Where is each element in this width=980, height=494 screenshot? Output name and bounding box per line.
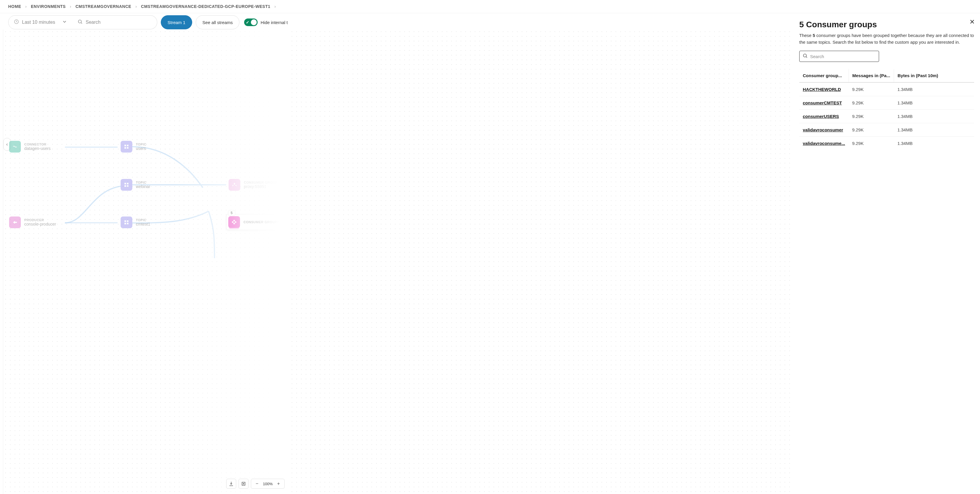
time-range-selector[interactable]: Last 10 minutes bbox=[8, 15, 73, 29]
download-button[interactable] bbox=[226, 479, 236, 489]
breadcrumb-home[interactable]: HOME bbox=[8, 4, 21, 9]
svg-rect-3 bbox=[127, 145, 129, 146]
time-range-label: Last 10 minutes bbox=[22, 20, 55, 25]
topic-icon bbox=[121, 216, 132, 228]
node-topic-webinar[interactable]: TOPIC webinar bbox=[121, 179, 150, 191]
breadcrumb: HOME › ENVIRONMENTS › CMSTREAMGOVERNANCE… bbox=[0, 0, 980, 13]
chevron-right-icon: › bbox=[25, 4, 27, 9]
cell-bytes: 1.34MB bbox=[894, 96, 974, 110]
svg-rect-12 bbox=[124, 223, 126, 224]
svg-point-1 bbox=[78, 20, 81, 23]
svg-rect-2 bbox=[124, 145, 126, 146]
node-producer-console-producer[interactable]: PRODUCER console-producer bbox=[9, 216, 56, 228]
lineage-edges bbox=[3, 135, 279, 258]
table-row: consumerCMTEST 9.29K 1.34MB bbox=[799, 96, 974, 110]
see-all-streams-button[interactable]: See all streams bbox=[196, 15, 239, 29]
table-row: validavroconsume... 9.29K 1.34MB bbox=[799, 137, 974, 150]
breadcrumb-cluster[interactable]: CMSTREAMGOVERNANCE-DEDICATED-GCP-EUROPE-… bbox=[141, 4, 270, 9]
topic-icon bbox=[121, 179, 132, 191]
cell-messages: 9.29K bbox=[848, 123, 894, 137]
cell-bytes: 1.34MB bbox=[894, 83, 974, 96]
hide-internal-label: Hide internal t bbox=[261, 20, 288, 25]
node-consumer-groups-aggregate[interactable]: 5 CONSUMER GROUPS bbox=[226, 214, 285, 230]
consumer-groups-table: Consumer group... Messages in (Pa... Byt… bbox=[799, 69, 974, 150]
consumer-group-link[interactable]: validavroconsume... bbox=[803, 141, 845, 146]
zoom-in-button[interactable]: + bbox=[275, 481, 282, 486]
svg-rect-10 bbox=[124, 220, 126, 222]
table-row: consumerUSERS 9.29K 1.34MB bbox=[799, 110, 974, 123]
node-name: cmtest1 bbox=[136, 222, 150, 227]
node-connector-datagen-users[interactable]: CONNECTOR datagen-users bbox=[9, 141, 51, 152]
svg-point-16 bbox=[803, 54, 807, 57]
panel-search-input[interactable] bbox=[810, 54, 876, 59]
canvas-search-input[interactable] bbox=[86, 20, 152, 25]
node-consumer-group-proxy[interactable]: CONSUMER GROUP proxy:55951 bbox=[229, 179, 278, 191]
zoom-controls: − 100% + bbox=[226, 479, 285, 489]
check-icon: ✓ bbox=[246, 20, 250, 25]
node-topic-cmtest1[interactable]: TOPIC cmtest1 bbox=[121, 216, 150, 228]
stream-chip[interactable]: Stream 1 bbox=[161, 15, 192, 29]
col-bytes-in[interactable]: Bytes in (Past 10m) bbox=[894, 69, 974, 83]
cell-bytes: 1.34MB bbox=[894, 110, 974, 123]
expand-right-handle[interactable]: › bbox=[275, 138, 282, 151]
chevron-right-icon: › bbox=[274, 4, 276, 9]
consumer-group-link[interactable]: validavroconsumer bbox=[803, 127, 843, 132]
node-name: webinar bbox=[136, 184, 150, 189]
panel-description: These 5 consumer groups have been groupe… bbox=[799, 32, 974, 46]
svg-rect-11 bbox=[127, 220, 129, 222]
group-count-badge: 5 bbox=[228, 210, 235, 216]
node-name: datagen-users bbox=[24, 146, 51, 151]
svg-rect-7 bbox=[127, 183, 129, 184]
node-name: console-producer bbox=[24, 222, 56, 227]
col-messages-in[interactable]: Messages in (Pa... bbox=[848, 69, 894, 83]
breadcrumb-env-name[interactable]: CMSTREAMGOVERNANCE bbox=[75, 4, 131, 9]
consumer-groups-panel: ✕ 5 Consumer groups These 5 consumer gro… bbox=[792, 14, 980, 494]
canvas-fade bbox=[173, 29, 291, 494]
col-consumer-group[interactable]: Consumer group... bbox=[799, 69, 848, 83]
node-type: CONSUMER GROUPS bbox=[243, 220, 279, 224]
node-name: users bbox=[136, 146, 146, 151]
panel-search[interactable] bbox=[799, 51, 879, 62]
consumer-group-link[interactable]: HACKTHEWORLD bbox=[803, 87, 841, 92]
canvas-search[interactable] bbox=[72, 15, 157, 29]
zoom-group: − 100% + bbox=[251, 479, 285, 489]
consumer-group-icon bbox=[229, 179, 240, 191]
node-type: CONSUMER GROUP bbox=[244, 181, 278, 184]
zoom-percent: 100% bbox=[263, 482, 272, 486]
hide-internal-toggle[interactable]: ✓ bbox=[244, 19, 258, 26]
svg-rect-6 bbox=[124, 183, 126, 184]
zoom-out-button[interactable]: − bbox=[254, 481, 260, 486]
node-type: TOPIC bbox=[136, 218, 150, 222]
chevron-right-icon: › bbox=[135, 4, 137, 9]
svg-rect-8 bbox=[124, 186, 126, 187]
node-topic-users[interactable]: TOPIC users bbox=[121, 141, 146, 152]
connector-icon bbox=[9, 141, 21, 152]
node-name: proxy:55951 bbox=[244, 184, 278, 189]
cell-messages: 9.29K bbox=[848, 83, 894, 96]
chevron-down-icon bbox=[62, 19, 67, 25]
node-type: CONNECTOR bbox=[24, 143, 51, 146]
table-row: HACKTHEWORLD 9.29K 1.34MB bbox=[799, 83, 974, 96]
close-panel-button[interactable]: ✕ bbox=[969, 18, 975, 26]
chevron-right-icon: › bbox=[70, 4, 71, 9]
table-row: validavroconsumer 9.29K 1.34MB bbox=[799, 123, 974, 137]
breadcrumb-environments[interactable]: ENVIRONMENTS bbox=[31, 4, 66, 9]
topic-icon bbox=[121, 141, 132, 152]
consumer-group-link[interactable]: consumerCMTEST bbox=[803, 100, 842, 105]
svg-rect-5 bbox=[127, 147, 129, 149]
svg-rect-4 bbox=[124, 147, 126, 149]
cell-messages: 9.29K bbox=[848, 137, 894, 150]
svg-rect-14 bbox=[242, 482, 245, 486]
toggle-knob bbox=[251, 19, 257, 25]
node-type: TOPIC bbox=[136, 143, 146, 146]
node-type: PRODUCER bbox=[24, 218, 56, 222]
node-type: TOPIC bbox=[136, 181, 150, 184]
svg-point-15 bbox=[243, 483, 244, 484]
cell-bytes: 1.34MB bbox=[894, 137, 974, 150]
consumer-group-link[interactable]: consumerUSERS bbox=[803, 114, 839, 119]
fit-to-screen-button[interactable] bbox=[239, 479, 248, 489]
hide-internal-toggle-group: ✓ Hide internal t bbox=[244, 19, 288, 26]
cell-bytes: 1.34MB bbox=[894, 123, 974, 137]
search-icon bbox=[78, 19, 83, 25]
cell-messages: 9.29K bbox=[848, 110, 894, 123]
